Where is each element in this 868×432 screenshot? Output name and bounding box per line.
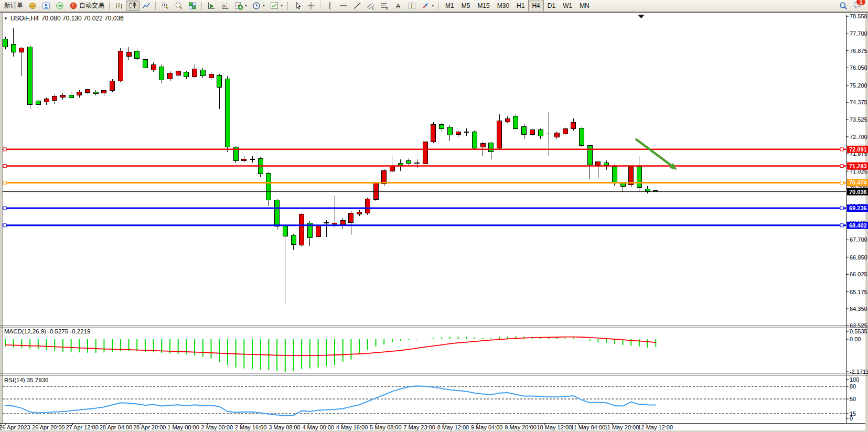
svg-text:4 May 00:00: 4 May 00:00 [302, 424, 334, 430]
autotrading-button[interactable]: 自动交易 [67, 1, 107, 11]
equidistant-channel-button[interactable]: E [364, 1, 378, 11]
chart-shift-marker[interactable] [638, 15, 645, 18]
svg-text:78.550: 78.550 [850, 13, 867, 19]
svg-text:E: E [372, 6, 375, 10]
notification-badge: 1 [856, 0, 865, 5]
timeframe-d1-button[interactable]: D1 [544, 0, 559, 12]
toolbar-separator [438, 2, 440, 10]
symbol-menu-icon[interactable]: ▼ [4, 16, 8, 21]
timeframe-h1-button[interactable]: H1 [513, 0, 528, 12]
trend-arrow-annotation[interactable] [636, 139, 677, 170]
bars-icon [115, 2, 123, 10]
svg-text:1 May 08:00: 1 May 08:00 [167, 424, 199, 430]
price-axis[interactable]: 78.55077.70076.87576.05075.20074.37573.5… [846, 13, 867, 329]
svg-text:8 May 12:00: 8 May 12:00 [437, 424, 469, 430]
horizontal-line-object[interactable]: 70.474 [3, 179, 868, 186]
horizontal-line-object[interactable]: 70.036 [3, 188, 868, 196]
svg-text:28 Apr 20:00: 28 Apr 20:00 [133, 424, 166, 430]
time-axis[interactable]: 26 Apr 202326 Apr 20:0027 Apr 12:0028 Ap… [0, 423, 673, 430]
dropdown-arrow-icon: ▾ [263, 3, 265, 8]
svg-text:66.025: 66.025 [850, 271, 867, 277]
trendline-button[interactable] [350, 1, 364, 11]
macd-signal-line [5, 337, 656, 356]
horizontal-line-object[interactable]: 71.283 [3, 163, 868, 170]
horizontal-line-object[interactable]: 69.236 [3, 204, 868, 212]
timeframe-m5-button[interactable]: M5 [458, 0, 474, 12]
timeframe-w1-button[interactable]: W1 [559, 0, 576, 12]
shapes-button[interactable]: ▾ [419, 1, 436, 11]
hline-icon [339, 2, 348, 10]
rsi-panel: 1008050150 [3, 376, 859, 422]
autotrade-icon [69, 2, 78, 10]
svg-text:26 Apr 20:00: 26 Apr 20:00 [32, 424, 65, 430]
crosshair-button[interactable] [304, 1, 318, 11]
template-icon [270, 2, 278, 10]
profile-button[interactable] [39, 1, 53, 11]
indicators-button[interactable]: ▾ [232, 1, 250, 11]
svg-text:50: 50 [850, 396, 856, 402]
horizontal-line-button[interactable] [337, 1, 350, 11]
svg-text:67.700: 67.700 [850, 236, 867, 243]
crosshair-icon [307, 2, 315, 10]
svg-text:72.700: 72.700 [850, 134, 867, 140]
macd-panel: 0.55350.00-2.1713 [5, 328, 868, 375]
svg-text:65.175: 65.175 [850, 289, 867, 295]
bar-chart-button[interactable] [112, 1, 126, 11]
chart-canvas[interactable]: 78.55077.70076.87576.05075.20074.37573.5… [0, 13, 868, 432]
toolbar-separator [201, 2, 202, 10]
cursor-button[interactable] [291, 1, 304, 11]
vertical-line-button[interactable] [323, 1, 337, 11]
chart-title-symbol: USOil-,H4 [10, 15, 39, 22]
svg-text:28 Apr 04:00: 28 Apr 04:00 [100, 424, 132, 430]
toolbar-separator [155, 2, 156, 10]
chart-shift-button[interactable] [218, 1, 232, 11]
line-icon [142, 2, 151, 10]
svg-text:12 May 12:00: 12 May 12:00 [638, 424, 673, 430]
indicators-icon [234, 2, 243, 10]
candlestick-chart-button[interactable] [126, 1, 140, 11]
svg-text:9 May 20:00: 9 May 20:00 [505, 424, 537, 430]
timeframe-mn-button[interactable]: MN [576, 0, 593, 12]
rsi-line [5, 386, 656, 416]
svg-text:76.050: 76.050 [850, 64, 867, 71]
autotrading-button-label: 自动交易 [79, 1, 104, 10]
toolbar-separator [109, 2, 110, 10]
periods-button[interactable]: ▾ [250, 1, 267, 11]
signal-button[interactable] [53, 1, 67, 11]
new-order-button[interactable]: 新订单 [2, 1, 26, 11]
search-button[interactable] [837, 1, 850, 11]
text-label-button[interactable]: T [405, 1, 419, 11]
timeframe-h4-button[interactable]: H4 [528, 0, 543, 12]
svg-text:70.036: 70.036 [849, 189, 867, 195]
trendline-icon [353, 2, 361, 10]
svg-text:5 May 08:00: 5 May 08:00 [370, 424, 402, 430]
svg-text:9 May 04:00: 9 May 04:00 [471, 424, 503, 430]
notifications-button[interactable]: 1 [853, 1, 862, 11]
svg-text:4 May 16:00: 4 May 16:00 [336, 424, 368, 430]
svg-text:T: T [410, 3, 414, 9]
labelT-icon: T [408, 2, 416, 10]
chart-window: 78.55077.70076.87576.05075.20074.37573.5… [0, 12, 868, 432]
line-chart-button[interactable] [140, 1, 153, 11]
toolbar-separator [287, 2, 288, 10]
text-button[interactable]: A [391, 1, 405, 11]
zoom-out-button[interactable] [172, 1, 186, 11]
zoom-in-button[interactable] [158, 1, 172, 11]
horizontal-line-object[interactable]: 68.402 [3, 222, 868, 229]
svg-text:69.236: 69.236 [849, 205, 867, 211]
fibonacci-button[interactable]: F [378, 1, 391, 11]
timeframe-m15-button[interactable]: M15 [474, 0, 493, 12]
textA-icon: A [394, 2, 402, 10]
auto-scroll-button[interactable] [205, 1, 218, 11]
gold-seal-button[interactable] [26, 1, 39, 11]
svg-text:0.5535: 0.5535 [850, 328, 867, 334]
templates-button[interactable]: ▾ [267, 1, 285, 11]
svg-text:A: A [396, 2, 401, 10]
timeframe-m1-button[interactable]: M1 [442, 0, 458, 12]
horizontal-line-object[interactable]: 72.091 [3, 146, 868, 153]
tile-windows-button[interactable] [186, 1, 199, 11]
tiles-icon [188, 2, 197, 10]
timeframe-m30-button[interactable]: M30 [494, 0, 513, 12]
svg-text:11 May 20:00: 11 May 20:00 [604, 424, 639, 430]
channel-icon: E [367, 2, 375, 10]
